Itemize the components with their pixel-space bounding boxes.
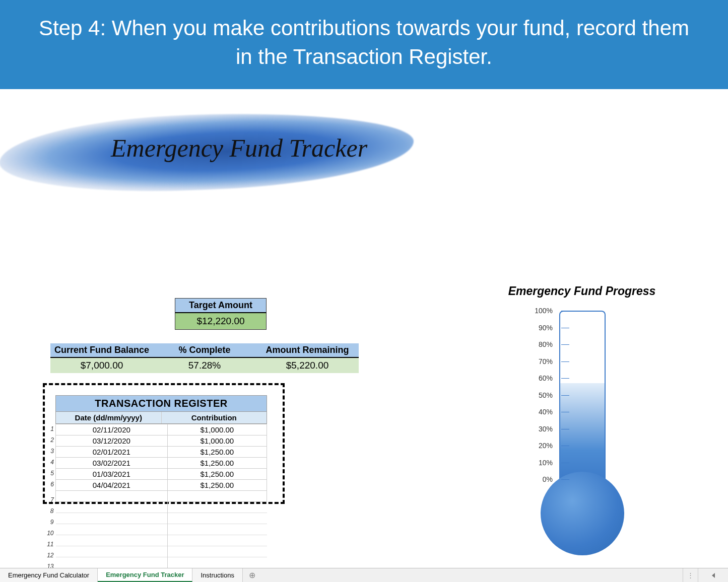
row-number: 9 <box>47 519 54 526</box>
col-contrib-header: Contribution <box>162 412 267 423</box>
remaining-value: $5,220.00 <box>256 358 359 373</box>
cell-date[interactable]: 13 <box>56 557 168 568</box>
axis-tick-mark <box>561 463 569 463</box>
cell-date[interactable]: 9 <box>56 513 168 524</box>
axis-tick-mark <box>561 395 569 396</box>
cell-contribution[interactable]: $1,000.00 <box>167 435 267 447</box>
cell-contribution[interactable] <box>167 491 267 502</box>
remaining-label: Amount Remaining <box>256 343 359 358</box>
cell-date[interactable]: 11 <box>56 535 168 546</box>
table-row[interactable]: 13 <box>56 557 267 568</box>
arrow-left-icon <box>712 573 715 578</box>
step-banner: Step 4: When you make contributions towa… <box>0 0 728 89</box>
axis-tick-mark <box>561 412 569 412</box>
plus-icon: ⊕ <box>249 570 255 580</box>
pct-label: % Complete <box>153 343 256 358</box>
cell-date[interactable]: 01/03/20215 <box>56 469 168 480</box>
row-number: 3 <box>47 448 54 455</box>
stats-row: Current Fund Balance $7,000.00 % Complet… <box>50 343 359 373</box>
cell-date[interactable]: 10 <box>56 524 168 535</box>
progress-title: Emergency Fund Progress <box>501 284 663 298</box>
cell-contribution[interactable] <box>167 557 267 568</box>
axis-tick-label: 90% <box>526 324 553 332</box>
row-number: 2 <box>47 437 54 444</box>
axis-tick-label: 80% <box>526 340 553 348</box>
axis-tick-label: 70% <box>526 357 553 366</box>
row-number: 4 <box>47 459 54 466</box>
tab-instructions[interactable]: Instructions <box>192 568 242 582</box>
row-number: 12 <box>47 552 54 559</box>
axis-tick-label: 30% <box>526 425 553 433</box>
page-title: Emergency Fund Tracker <box>111 133 367 163</box>
row-number: 10 <box>47 530 54 537</box>
cell-contribution[interactable] <box>167 502 267 513</box>
axis-tick-mark <box>561 479 569 480</box>
cell-date[interactable]: 02/11/20201 <box>56 424 168 435</box>
cell-contribution[interactable]: $1,250.00 <box>167 447 267 458</box>
thermometer: 0%10%20%30%40%50%60%70%80%90%100% <box>506 306 663 567</box>
table-row[interactable]: 10 <box>56 524 267 535</box>
table-row[interactable]: 9 <box>56 513 267 524</box>
table-row[interactable]: 7 <box>56 491 267 502</box>
balance-label: Current Fund Balance <box>50 343 153 358</box>
cell-date[interactable]: 03/12/20202 <box>56 435 168 447</box>
cell-contribution[interactable]: $1,250.00 <box>167 458 267 469</box>
axis-tick-label: 10% <box>526 459 553 467</box>
cell-date[interactable]: 12 <box>56 546 168 557</box>
tab-tracker[interactable]: Emergency Fund Tracker <box>98 568 192 582</box>
cell-date[interactable]: 02/01/20213 <box>56 447 168 458</box>
tab-options[interactable]: ⋮ <box>683 568 698 582</box>
register-title: TRANSACTION REGISTER <box>55 395 267 412</box>
thermometer-bulb <box>541 472 624 555</box>
table-row[interactable]: 01/03/20215$1,250.00 <box>56 469 267 480</box>
cell-date[interactable]: 8 <box>56 502 168 513</box>
cell-contribution[interactable]: $1,250.00 <box>167 469 267 480</box>
table-row[interactable]: 04/04/20216$1,250.00 <box>56 480 267 491</box>
table-row[interactable]: 03/02/20214$1,250.00 <box>56 458 267 469</box>
cell-contribution[interactable]: $1,000.00 <box>167 424 267 435</box>
axis-tick-mark <box>561 361 569 362</box>
table-row[interactable]: 8 <box>56 502 267 513</box>
row-number: 7 <box>47 496 54 503</box>
progress-chart: Emergency Fund Progress 0%10%20%30%40%50… <box>501 284 663 567</box>
cell-contribution[interactable] <box>167 524 267 535</box>
axis-tick-mark <box>561 446 569 446</box>
sheet-tab-bar: Emergency Fund Calculator Emergency Fund… <box>0 568 728 582</box>
table-row[interactable]: 12 <box>56 546 267 557</box>
table-row[interactable]: 02/11/20201$1,000.00 <box>56 424 267 435</box>
cell-contribution[interactable] <box>167 535 267 546</box>
axis-tick-label: 50% <box>526 391 553 399</box>
axis-tick-label: 100% <box>526 307 553 315</box>
transaction-register: TRANSACTION REGISTER Date (dd/mm/yyyy) C… <box>55 395 267 568</box>
cell-contribution[interactable] <box>167 546 267 557</box>
row-number: 11 <box>47 541 54 548</box>
cell-date[interactable]: 03/02/20214 <box>56 458 168 469</box>
thermometer-fill <box>560 383 605 480</box>
axis-tick-mark <box>561 328 569 328</box>
axis-tick-mark <box>561 311 569 311</box>
axis-tick-label: 40% <box>526 408 553 416</box>
tab-calculator[interactable]: Emergency Fund Calculator <box>0 568 98 582</box>
target-label: Target Amount <box>175 298 267 313</box>
axis-tick-mark <box>561 429 569 429</box>
title-graphic: Emergency Fund Tracker <box>0 94 413 205</box>
axis-tick-label: 0% <box>526 475 553 483</box>
axis-tick-mark <box>561 378 569 379</box>
tab-scroll-left[interactable] <box>698 568 728 582</box>
new-sheet-button[interactable]: ⊕ <box>243 568 261 582</box>
cell-date[interactable]: 04/04/20216 <box>56 480 168 491</box>
cell-contribution[interactable]: $1,250.00 <box>167 480 267 491</box>
table-row[interactable]: 11 <box>56 535 267 546</box>
table-row[interactable]: 03/12/20202$1,000.00 <box>56 435 267 447</box>
row-number: 1 <box>47 425 54 432</box>
col-date-header: Date (dd/mm/yyyy) <box>56 412 162 423</box>
cell-date[interactable]: 7 <box>56 491 168 502</box>
row-number: 5 <box>47 470 54 477</box>
balance-value: $7,000.00 <box>50 358 153 373</box>
target-amount-box: Target Amount $12,220.00 <box>175 298 267 330</box>
row-number: 8 <box>47 507 54 515</box>
cell-contribution[interactable] <box>167 513 267 524</box>
axis-tick-label: 20% <box>526 442 553 450</box>
axis-tick-mark <box>561 344 569 345</box>
table-row[interactable]: 02/01/20213$1,250.00 <box>56 447 267 458</box>
